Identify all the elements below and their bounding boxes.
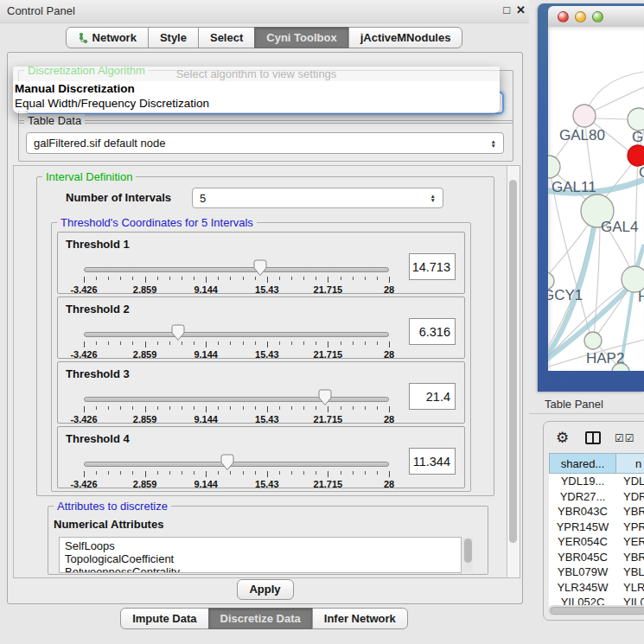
slider-track[interactable] (84, 397, 389, 402)
network-node-gal80[interactable] (573, 105, 596, 127)
table-row[interactable]: YDR27...YDR2 (549, 489, 644, 505)
cell-shared-name[interactable]: YBR045C (549, 550, 616, 565)
node-label-gal80: GAL80 (559, 127, 605, 143)
number-of-intervals-combobox[interactable]: 5 ▲ ▼ (192, 188, 443, 208)
cell-shared-name[interactable]: YLR345W (549, 580, 616, 596)
cell-shared-name[interactable]: YDL19... (549, 474, 616, 489)
column-header-shared-name[interactable]: shared... (549, 453, 616, 474)
algorithm-option-equal-width-frequency[interactable]: Equal Width/Frequency Discretization (13, 96, 500, 111)
table-row[interactable]: YBL079WYBL0 (549, 564, 644, 580)
tick-mark (279, 277, 280, 280)
mac-minimize-button[interactable] (575, 11, 586, 22)
tick-mark (230, 341, 231, 345)
numerical-attributes-list[interactable]: SelfLoopsTopologicalCoefficientBetweenne… (59, 537, 462, 573)
columns-icon[interactable] (585, 431, 602, 445)
cell-shared-name[interactable]: YER054C (549, 534, 616, 550)
table-row[interactable]: YPR145WYPR1 (549, 520, 644, 535)
cell-name[interactable]: YBR0 (616, 504, 644, 520)
network-canvas[interactable]: GAL80GAL11GAL4GCY1HAP2G.CH (548, 27, 644, 371)
checkboxes-icon[interactable]: ☑☑ (615, 432, 635, 444)
cell-shared-name[interactable]: YBL079W (549, 564, 616, 580)
tab-discretize-data[interactable]: Discretize Data (208, 608, 313, 629)
cell-shared-name[interactable]: YPR145W (549, 520, 616, 535)
scrollbar-thumb[interactable] (550, 607, 644, 615)
tab-label: Discretize Data (220, 609, 301, 628)
tick-mark (316, 341, 316, 345)
slider-track[interactable] (84, 332, 389, 337)
combo-stepper-icon[interactable]: ▲ ▼ (486, 139, 496, 148)
network-node-hap2[interactable] (584, 332, 602, 349)
gear-icon[interactable]: ⚙ (556, 429, 569, 447)
tick-mark (267, 341, 268, 348)
cell-name[interactable]: YDL1 (616, 474, 644, 489)
slider-track[interactable] (84, 462, 389, 467)
table-row[interactable]: YBR043CYBR0 (549, 504, 644, 520)
cell-name[interactable]: YDR2 (616, 489, 644, 505)
threshold-slider[interactable]: -3.4262.8599.14415.4321.71528 (84, 395, 389, 423)
slider-thumb-icon (318, 389, 332, 406)
threshold-slider[interactable]: -3.4262.8599.14415.4321.71528 (84, 460, 389, 488)
float-window-icon[interactable]: □ (503, 3, 510, 16)
tab-infer-network[interactable]: Infer Network (312, 608, 408, 629)
tick-mark (108, 406, 109, 410)
cell-name[interactable]: YBL0 (616, 564, 644, 580)
threshold-value-field[interactable]: 11.344 (409, 448, 456, 475)
close-window-icon[interactable]: ✕ (516, 3, 526, 16)
mac-zoom-button[interactable] (592, 11, 603, 22)
tab-style[interactable]: Style (148, 27, 199, 48)
cell-name[interactable]: YBR0 (616, 550, 644, 565)
scrollbar-thumb[interactable] (464, 539, 472, 563)
attributes-list-scrollbar[interactable] (462, 538, 473, 572)
tab-cyni-toolbox[interactable]: Cyni Toolbox (254, 27, 348, 48)
tick-label: 28 (384, 479, 394, 489)
slider-handle[interactable] (318, 389, 332, 406)
tab-jactivemnodules[interactable]: jActiveMNodules (348, 27, 463, 48)
slider-handle[interactable] (220, 454, 234, 471)
algorithm-option-manual-discretization[interactable]: Manual Discretization (13, 81, 500, 96)
tab-impute-data[interactable]: Impute Data (120, 608, 208, 629)
table-horizontal-scrollbar[interactable] (548, 605, 644, 615)
mac-close-button[interactable] (558, 11, 569, 22)
network-node[interactable] (628, 108, 644, 131)
cell-name[interactable]: YER0 (616, 534, 644, 550)
threshold-slider[interactable]: -3.4262.8599.14415.4321.71528 (84, 265, 389, 293)
combo-stepper-icon[interactable]: ▲ ▼ (425, 194, 436, 202)
slider-handle[interactable] (171, 324, 185, 341)
viewport-vertical-scrollbar[interactable] (507, 166, 520, 577)
tick-mark (206, 406, 207, 412)
attribute-item-topologicalcoefficient[interactable]: TopologicalCoefficient (65, 552, 461, 565)
attribute-item-selfloops[interactable]: SelfLoops (65, 539, 461, 552)
threshold-slider[interactable]: -3.4262.8599.14415.4321.71528 (84, 330, 389, 358)
table-row[interactable]: YBR045CYBR0 (549, 550, 644, 565)
cell-shared-name[interactable]: YDR27... (549, 489, 616, 505)
tab-select[interactable]: Select (198, 27, 255, 48)
network-graph[interactable]: GAL80GAL11GAL4GCY1HAP2G.CH (548, 27, 644, 371)
tick-label: 15.43 (255, 479, 279, 489)
threshold-value-field[interactable]: 21.4 (409, 383, 456, 410)
thresholds-coordinates-group: Threshold's Coordinates for 5 Intervals … (51, 222, 471, 492)
tick-mark (218, 341, 219, 345)
network-node[interactable] (628, 145, 644, 166)
table-row[interactable]: YLR345WYLR3 (549, 580, 644, 596)
column-header-name[interactable]: n (616, 453, 644, 474)
table-data-combobox[interactable]: galFiltered.sif default node ▲ ▼ (26, 132, 504, 154)
table-row[interactable]: YER054CYER0 (549, 534, 644, 550)
tab-network[interactable]: Network (66, 27, 149, 48)
network-window-titlebar[interactable] (548, 6, 644, 27)
settings-scroll-viewport: Interval Definition Number of Intervals … (13, 165, 520, 578)
cell-name[interactable]: YLR3 (616, 580, 644, 596)
tick-label: 28 (384, 414, 394, 424)
threshold-value-field[interactable]: 14.713 (409, 253, 456, 280)
slider-track[interactable] (84, 267, 389, 272)
attribute-item-betweennesscentrality[interactable]: BetweennessCentrality (65, 565, 461, 573)
cell-name[interactable]: YPR1 (616, 520, 644, 535)
table-row[interactable]: YDL19...YDL1 (549, 474, 644, 489)
tick-mark (316, 406, 316, 410)
cell-shared-name[interactable]: YBR043C (549, 504, 616, 520)
slider-handle[interactable] (253, 259, 267, 277)
apply-button[interactable]: Apply (237, 579, 294, 600)
slider-ticks (84, 471, 389, 478)
tick-mark (255, 341, 256, 345)
scrollbar-thumb[interactable] (509, 180, 517, 543)
threshold-value-field[interactable]: 6.316 (409, 318, 456, 345)
